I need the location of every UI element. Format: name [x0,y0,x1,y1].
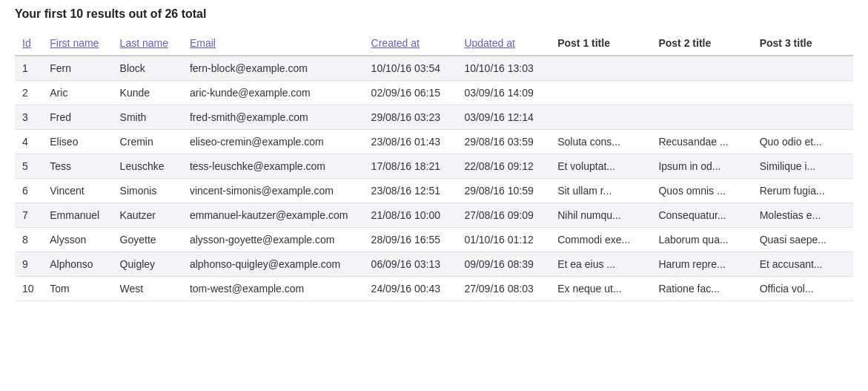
cell-post1 [550,81,651,105]
cell-email: alysson-goyette@example.com [182,228,364,252]
cell-created_at: 21/08/16 10:00 [364,203,457,228]
cell-email: eliseo-cremin@example.com [182,130,364,154]
table-body: 1FernBlockfern-block@example.com10/10/16… [15,56,853,301]
cell-first_name: Vincent [42,179,112,203]
cell-first_name: Tess [42,154,112,179]
cell-first_name: Fred [42,105,112,130]
cell-created_at: 23/08/16 01:43 [364,130,457,154]
sort-created-link[interactable]: Created at [371,37,420,49]
cell-post3 [752,105,853,130]
sort-lastname-link[interactable]: Last name [120,37,168,49]
cell-email: tom-west@example.com [182,277,364,301]
cell-post1: Nihil numqu... [550,203,651,228]
cell-post2: Ratione fac... [651,277,752,301]
cell-updated_at: 03/09/16 12:14 [457,105,550,130]
cell-last_name: Block [113,56,182,81]
cell-first_name: Alphonso [42,252,112,277]
cell-id: 4 [15,130,42,154]
cell-updated_at: 29/08/16 03:59 [457,130,550,154]
col-header-firstname[interactable]: First name [42,31,112,56]
cell-post2 [651,81,752,105]
cell-id: 8 [15,228,42,252]
cell-post1: Commodi exe... [550,228,651,252]
cell-post3: Similique i... [752,154,853,179]
table-row: 6VincentSimonisvincent-simonis@example.c… [15,179,853,203]
cell-first_name: Tom [42,277,112,301]
col-header-updated[interactable]: Updated at [457,31,550,56]
col-header-post2: Post 2 title [651,31,752,56]
cell-last_name: West [113,277,182,301]
cell-created_at: 10/10/16 03:54 [364,56,457,81]
cell-post1: Et ea eius ... [550,252,651,277]
cell-last_name: Simonis [113,179,182,203]
cell-first_name: Aric [42,81,112,105]
cell-post3: Quasi saepe... [752,228,853,252]
cell-last_name: Goyette [113,228,182,252]
cell-email: fred-smith@example.com [182,105,364,130]
cell-first_name: Emmanuel [42,203,112,228]
cell-updated_at: 27/09/16 08:03 [457,277,550,301]
cell-last_name: Kunde [113,81,182,105]
table-row: 9AlphonsoQuigleyalphonso-quigley@example… [15,252,853,277]
table-row: 7EmmanuelKautzeremmanuel-kautzer@example… [15,203,853,228]
table-row: 3FredSmithfred-smith@example.com29/08/16… [15,105,853,130]
cell-email: alphonso-quigley@example.com [182,252,364,277]
cell-id: 1 [15,56,42,81]
cell-last_name: Leuschke [113,154,182,179]
cell-post2: Ipsum in od... [651,154,752,179]
cell-post2: Laborum qua... [651,228,752,252]
table-row: 4EliseoCremineliseo-cremin@example.com23… [15,130,853,154]
cell-created_at: 24/09/16 00:43 [364,277,457,301]
col-header-created[interactable]: Created at [364,31,457,56]
cell-updated_at: 10/10/16 13:03 [457,56,550,81]
cell-post1: Soluta cons... [550,130,651,154]
col-header-id[interactable]: Id [15,31,42,56]
col-header-email[interactable]: Email [182,31,364,56]
cell-created_at: 28/09/16 16:55 [364,228,457,252]
cell-last_name: Cremin [113,130,182,154]
cell-email: emmanuel-kautzer@example.com [182,203,364,228]
cell-post1: Sit ullam r... [550,179,651,203]
cell-post3: Quo odio et... [752,130,853,154]
sort-email-link[interactable]: Email [190,37,216,49]
cell-post2: Quos omnis ... [651,179,752,203]
cell-post3: Rerum fugia... [752,179,853,203]
results-table: Id First name Last name Email Created at… [15,31,853,301]
cell-email: vincent-simonis@example.com [182,179,364,203]
cell-updated_at: 22/08/16 09:12 [457,154,550,179]
cell-first_name: Eliseo [42,130,112,154]
cell-id: 2 [15,81,42,105]
cell-last_name: Quigley [113,252,182,277]
cell-updated_at: 27/08/16 09:09 [457,203,550,228]
cell-created_at: 29/08/16 03:23 [364,105,457,130]
cell-post3 [752,81,853,105]
cell-created_at: 06/09/16 03:13 [364,252,457,277]
cell-id: 9 [15,252,42,277]
col-header-lastname[interactable]: Last name [113,31,182,56]
sort-updated-link[interactable]: Updated at [464,37,515,49]
cell-id: 10 [15,277,42,301]
cell-post2 [651,56,752,81]
table-row: 8AlyssonGoyettealysson-goyette@example.c… [15,228,853,252]
cell-created_at: 02/09/16 06:15 [364,81,457,105]
cell-created_at: 17/08/16 18:21 [364,154,457,179]
results-header: Your first 10 results out of 26 total [15,7,853,21]
table-row: 5TessLeuschketess-leuschke@example.com17… [15,154,853,179]
sort-firstname-link[interactable]: First name [50,37,99,49]
cell-post1: Ex neque ut... [550,277,651,301]
col-header-post1: Post 1 title [550,31,651,56]
cell-updated_at: 03/09/16 14:09 [457,81,550,105]
cell-post2 [651,105,752,130]
sort-id-link[interactable]: Id [22,37,31,49]
cell-post3: Et accusant... [752,252,853,277]
cell-last_name: Kautzer [113,203,182,228]
cell-id: 7 [15,203,42,228]
cell-post2: Harum repre... [651,252,752,277]
cell-created_at: 23/08/16 12:51 [364,179,457,203]
cell-email: aric-kunde@example.com [182,81,364,105]
cell-first_name: Fern [42,56,112,81]
cell-updated_at: 01/10/16 01:12 [457,228,550,252]
cell-email: fern-block@example.com [182,56,364,81]
cell-post2: Recusandae ... [651,130,752,154]
cell-email: tess-leuschke@example.com [182,154,364,179]
